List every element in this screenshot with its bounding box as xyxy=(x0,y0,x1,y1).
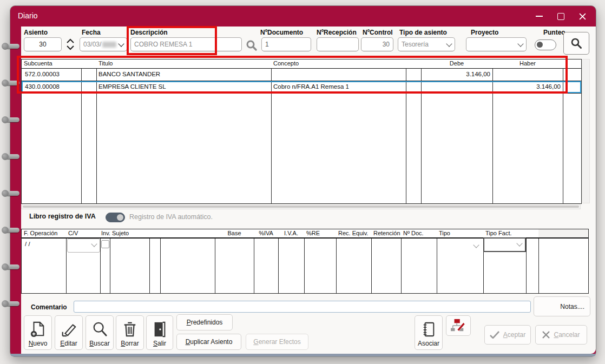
column-divider xyxy=(254,229,254,293)
predefinidos-button[interactable]: Predefinidos xyxy=(176,314,233,330)
ndocumento-label: NºDocumento xyxy=(260,29,303,36)
pencil-icon xyxy=(61,321,77,338)
descripcion-input[interactable]: COBRO REMESA 1 xyxy=(130,37,242,51)
x-icon xyxy=(542,331,550,339)
col-header-tipo-fact[interactable]: Tipo Fact. xyxy=(485,230,512,236)
fecha-select[interactable]: 03/03/ xyxy=(80,37,127,51)
spinner-down-icon[interactable] xyxy=(66,44,75,51)
tipo-asiento-select[interactable]: Tesorería xyxy=(398,37,455,51)
close-icon xyxy=(579,13,586,20)
binder-peg xyxy=(3,44,19,49)
horizontal-scrollbar[interactable] xyxy=(21,204,581,209)
column-divider xyxy=(215,229,215,293)
column-divider xyxy=(538,229,539,293)
proyecto-select[interactable] xyxy=(466,37,527,51)
iva-table: F. Operación C/V Inv. Sujeto Base %IVA I… xyxy=(21,229,589,294)
iva-section-label: Libro registro de IVA xyxy=(29,213,96,220)
column-divider xyxy=(66,229,67,293)
col-header-titulo[interactable]: Titulo xyxy=(98,60,113,67)
iva-tipo-dropdown[interactable] xyxy=(471,239,482,252)
buscar-button[interactable]: Buscar xyxy=(86,315,114,350)
table-row[interactable]: 572.0.00003 BANCO SANTANDER 3.146,00 xyxy=(22,69,581,81)
ndocumento-input[interactable]: 1 xyxy=(261,37,311,51)
iva-inv-checkbox[interactable] xyxy=(101,240,109,248)
col-header-inv[interactable]: Inv. xyxy=(101,230,110,236)
col-header-f-operacion[interactable]: F. Operación xyxy=(24,230,57,236)
punteo-toggle[interactable] xyxy=(535,39,556,50)
col-header-debe[interactable]: Debe xyxy=(421,60,492,67)
asociar-button[interactable]: Asociar xyxy=(415,315,443,350)
window-title: Diario xyxy=(18,11,38,20)
trash-icon xyxy=(122,321,138,338)
iva-cell-f-operacion[interactable]: / / xyxy=(25,241,30,247)
close-button[interactable] xyxy=(574,9,590,23)
generar-efectos-button[interactable]: Generar Efectos xyxy=(246,334,308,350)
cancelar-button[interactable]: Cancelar xyxy=(535,325,587,345)
journal-header-row: Subcuenta Titulo Concepto Debe Haber xyxy=(22,59,581,69)
search-button[interactable] xyxy=(563,32,589,55)
col-header-concepto[interactable]: Concepto xyxy=(273,60,299,67)
col-header-piva[interactable]: %IVA xyxy=(254,230,278,236)
diagrama-button[interactable] xyxy=(446,315,471,336)
iva-cv-dropdown[interactable] xyxy=(67,239,100,253)
col-header-subcuenta[interactable]: Subcuenta xyxy=(24,60,52,67)
tipo-chevron-down-icon xyxy=(473,242,479,248)
borrar-button[interactable]: Borrar xyxy=(116,315,144,350)
column-divider xyxy=(149,229,150,293)
nuevo-button[interactable]: Nuevo xyxy=(24,315,52,350)
asiento-input[interactable]: 30 xyxy=(24,37,62,51)
ncontrol-input[interactable]: 30 xyxy=(361,37,393,51)
column-divider xyxy=(100,229,101,293)
table-row-selected[interactable]: 430.0.00008 EMPRESA CLIENTE SL Cobro n/F… xyxy=(22,81,581,94)
magnifier-icon xyxy=(91,321,108,338)
descripcion-search-icon[interactable] xyxy=(245,39,258,52)
col-header-pre[interactable]: %RE xyxy=(306,230,320,236)
spinner-up-icon[interactable] xyxy=(66,38,75,44)
column-divider xyxy=(401,229,402,293)
maximize-icon xyxy=(557,13,564,20)
column-divider xyxy=(526,229,527,293)
notas-button[interactable]: Notas.... xyxy=(534,296,590,316)
cell-debe: 3.146,00 xyxy=(421,71,490,77)
iva-tipo-fact-dropdown[interactable] xyxy=(483,237,526,252)
col-header-tipo[interactable]: Tipo xyxy=(439,230,450,236)
aceptar-button[interactable]: Aceptar xyxy=(484,325,531,345)
exit-door-icon xyxy=(152,321,168,338)
comentario-input[interactable] xyxy=(74,301,531,313)
title-bar[interactable]: Diario xyxy=(10,6,596,27)
tipo-asiento-label: Tipo de asiento xyxy=(399,29,447,36)
cell-concepto: Cobro n/FRA.A1 Remesa 1 xyxy=(273,83,349,90)
fecha-label: Fecha xyxy=(82,29,101,36)
iva-auto-toggle[interactable] xyxy=(106,213,125,222)
col-header-haber[interactable]: Haber xyxy=(492,60,563,67)
col-header-n-doc[interactable]: Nº Doc. xyxy=(403,230,424,236)
iva-toggle-knob xyxy=(117,214,123,221)
diario-window: Diario Asiento Fecha Descripción NºDocum… xyxy=(10,5,596,357)
cell-titulo: EMPRESA CLIENTE SL xyxy=(98,83,166,90)
minimize-button[interactable] xyxy=(531,9,547,23)
search-icon xyxy=(570,37,583,50)
vertical-scrollbar[interactable] xyxy=(582,59,590,203)
col-header-rec-equiv[interactable]: Rec. Equiv. xyxy=(338,230,368,236)
binder-peg xyxy=(3,228,19,233)
cell-subcuenta: 430.0.00008 xyxy=(25,83,60,90)
salir-button[interactable]: Salir xyxy=(146,315,173,350)
col-header-cv[interactable]: C/V xyxy=(68,230,78,236)
cell-subcuenta: 572.0.00003 xyxy=(25,71,60,77)
cv-chevron-down-icon xyxy=(91,241,97,247)
fecha-chevron-down-icon xyxy=(118,41,124,47)
binder-peg xyxy=(3,154,19,159)
col-header-base[interactable]: Base xyxy=(215,230,254,236)
bottom-strip xyxy=(10,354,596,356)
col-header-sujeto[interactable]: Sujeto xyxy=(112,230,129,236)
scrollbar-thumb[interactable] xyxy=(23,206,579,208)
tipo-fact-chevron-down-icon xyxy=(516,240,522,246)
asiento-spinner[interactable] xyxy=(64,36,77,52)
editar-button[interactable]: Editar xyxy=(55,315,83,350)
duplicar-asiento-button[interactable]: Duplicar Asiento xyxy=(176,334,241,350)
col-header-retencion[interactable]: Retención xyxy=(373,230,400,236)
cell-haber: 3.146,00 xyxy=(492,83,561,90)
col-header-iva[interactable]: I.V.A. xyxy=(278,230,304,236)
nrecepcion-input[interactable] xyxy=(317,37,359,51)
maximize-button[interactable] xyxy=(553,9,569,23)
